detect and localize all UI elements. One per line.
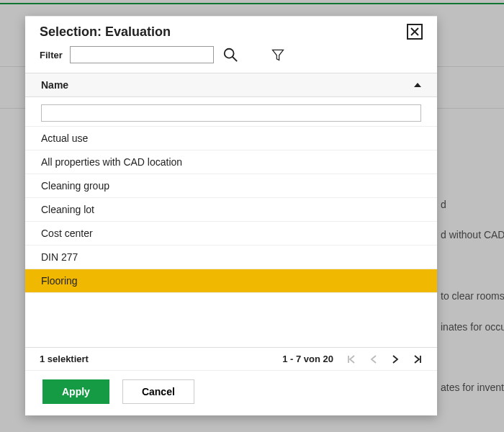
list-item[interactable]: Flooring bbox=[25, 269, 437, 293]
pager-prev[interactable] bbox=[369, 354, 378, 364]
selection-dialog: Selection: Evaluation Filter Nam bbox=[25, 16, 437, 415]
search-icon bbox=[222, 47, 238, 63]
column-header-name[interactable]: Name bbox=[25, 73, 437, 97]
search-button[interactable] bbox=[221, 45, 240, 64]
list-item[interactable]: Cleaning group bbox=[25, 174, 437, 198]
pager: 1 - 7 von 20 bbox=[282, 354, 423, 364]
pager-last[interactable] bbox=[413, 354, 423, 364]
chevron-right-icon bbox=[391, 354, 400, 364]
filter-input[interactable] bbox=[70, 46, 214, 63]
selection-count: 1 selektiert bbox=[40, 354, 89, 364]
list-item[interactable]: Cleaning lot bbox=[25, 198, 437, 222]
column-label: Name bbox=[41, 79, 68, 91]
svg-line-1 bbox=[233, 57, 237, 61]
list-item[interactable]: Actual use bbox=[25, 127, 437, 150]
filter-label: Filter bbox=[40, 50, 63, 60]
svg-point-0 bbox=[225, 49, 234, 58]
apply-button[interactable]: Apply bbox=[42, 379, 109, 404]
pager-next[interactable] bbox=[391, 354, 400, 364]
sort-asc-icon bbox=[414, 83, 421, 87]
column-filter-input[interactable] bbox=[41, 104, 421, 122]
close-icon bbox=[410, 27, 419, 36]
last-page-icon bbox=[413, 354, 423, 364]
first-page-icon bbox=[346, 354, 356, 364]
list-item[interactable]: All properties with CAD location bbox=[25, 150, 437, 174]
close-button[interactable] bbox=[407, 24, 423, 40]
funnel-icon bbox=[271, 47, 285, 63]
page-range: 1 - 7 von 20 bbox=[282, 354, 333, 364]
pager-first[interactable] bbox=[346, 354, 356, 364]
chevron-left-icon bbox=[369, 354, 378, 364]
results-list: Actual useAll properties with CAD locati… bbox=[25, 127, 437, 347]
list-item[interactable]: Cost center bbox=[25, 222, 437, 246]
filter-button[interactable] bbox=[269, 45, 287, 64]
list-item[interactable]: DIN 277 bbox=[25, 246, 437, 269]
cancel-button[interactable]: Cancel bbox=[122, 379, 194, 404]
dialog-title: Selection: Evaluation bbox=[40, 24, 171, 40]
